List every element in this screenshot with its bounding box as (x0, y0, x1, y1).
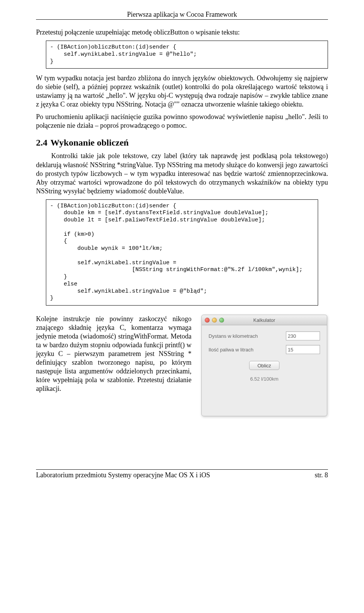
section-number: 2.4 (36, 138, 47, 147)
fuel-input[interactable] (286, 345, 320, 354)
code-block-1: - (IBAction)obliczButton:(id)sender { se… (46, 41, 328, 69)
footer-left: Laboratorium przedmiotu Systemy operacyj… (36, 471, 210, 479)
page-header: Pierwsza aplikacja w Cocoa Framework (36, 11, 328, 19)
header-divider (36, 19, 328, 20)
section-title: Wykonanie obliczeń (50, 138, 129, 147)
calculate-button[interactable]: Oblicz (249, 361, 279, 370)
window-title: Kalkulator (202, 317, 327, 323)
result-label: 6.52 l/100km (209, 376, 320, 382)
app-window: Kalkulator Dystans w kilometrach Ilość p… (201, 315, 327, 416)
paragraph-3: Kontrolki takie jak pole tekstowe, czy l… (36, 152, 328, 195)
distance-label: Dystans w kilometrach (209, 333, 258, 339)
paragraph-1: W tym wypadku notacja jest bardzo zbliżo… (36, 74, 328, 109)
footer-right: str. 8 (315, 471, 328, 479)
section-heading: 2.4Wykonanie obliczeń (36, 138, 328, 148)
code-block-2: - (IBAction)obliczButton:(id)sender { do… (46, 199, 318, 306)
paragraph-2: Po uruchomieniu aplikacji naciśnięcie gu… (36, 113, 328, 130)
paragraph-4: Kolejne instrukcje nie powinny zaskoczyć… (36, 315, 191, 416)
fuel-label: Ilość paliwa w litrach (209, 347, 254, 353)
intro-paragraph: Przetestuj połączenie uzupełniając metod… (36, 28, 328, 37)
titlebar[interactable]: Kalkulator (202, 315, 327, 325)
distance-input[interactable] (286, 331, 320, 340)
